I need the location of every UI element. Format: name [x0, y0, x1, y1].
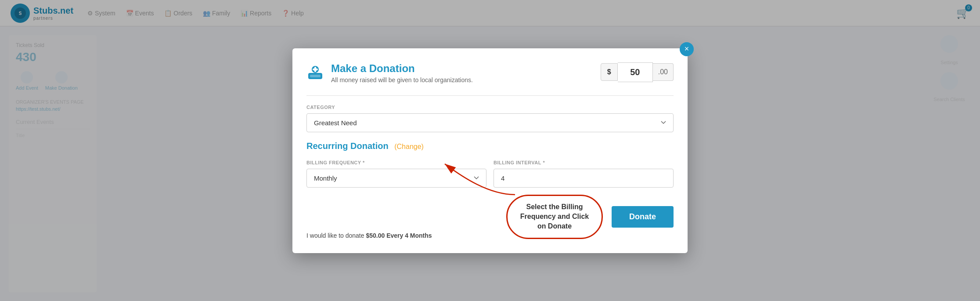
- billing-frequency-field: BILLING FREQUENCY * Weekly Monthly Quart…: [306, 160, 486, 187]
- donation-amount-text: $50.00 Every 4 Months: [366, 232, 432, 239]
- amount-currency: $: [601, 63, 618, 81]
- left-section: I would like to donate $50.00 Every 4 Mo…: [306, 228, 432, 239]
- donation-icon: [306, 63, 324, 84]
- donation-modal: × Make a Donation All money raised will …: [292, 48, 688, 253]
- billing-interval-input[interactable]: [494, 168, 674, 187]
- amount-cents: .00: [653, 63, 674, 81]
- donate-button[interactable]: Donate: [612, 206, 674, 227]
- category-select[interactable]: Greatest Need Education Health Environme…: [306, 113, 674, 132]
- annotation-area: Select the Billing Frequency and Click o…: [506, 194, 674, 239]
- close-button[interactable]: ×: [680, 42, 694, 56]
- amount-display: $ 50 .00: [601, 62, 674, 82]
- annotation-wrapper: Select the Billing Frequency and Click o…: [506, 194, 603, 239]
- modal-divider: [306, 95, 674, 95]
- modal-footer: I would like to donate $50.00 Every 4 Mo…: [306, 194, 674, 239]
- recurring-title: Recurring Donation (Change): [306, 141, 674, 151]
- modal-title-section: Make a Donation All money raised will be…: [331, 62, 601, 83]
- category-label: CATEGORY: [306, 104, 674, 109]
- annotation-text: Select the Billing Frequency and Click o…: [520, 203, 589, 230]
- modal-header: Make a Donation All money raised will be…: [306, 62, 674, 84]
- modal-title: Make a Donation: [331, 62, 601, 74]
- recurring-title-text: Recurring Donation: [306, 141, 389, 150]
- amount-value: 50: [618, 62, 653, 82]
- modal-subtitle: All money raised will be given to local …: [331, 76, 601, 83]
- svg-rect-8: [313, 68, 318, 70]
- category-field: CATEGORY Greatest Need Education Health …: [306, 104, 674, 132]
- svg-rect-5: [310, 74, 321, 77]
- billing-interval-field: BILLING INTERVAL *: [494, 160, 674, 187]
- billing-interval-label: BILLING INTERVAL *: [494, 160, 674, 165]
- donation-summary: I would like to donate $50.00 Every 4 Mo…: [306, 232, 432, 239]
- change-link[interactable]: (Change): [394, 142, 424, 150]
- billing-frequency-select[interactable]: Weekly Monthly Quarterly Annually: [306, 168, 486, 187]
- billing-frequency-label: BILLING FREQUENCY *: [306, 160, 486, 165]
- billing-row: BILLING FREQUENCY * Weekly Monthly Quart…: [306, 160, 674, 187]
- annotation-bubble: Select the Billing Frequency and Click o…: [506, 194, 603, 239]
